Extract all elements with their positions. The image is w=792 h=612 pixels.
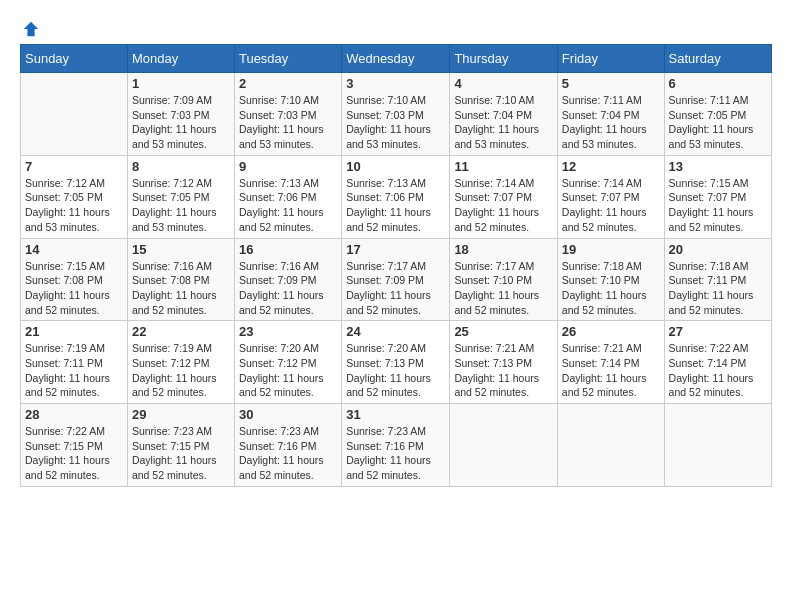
day-number: 25 [454,324,552,339]
day-info: Sunrise: 7:12 AMSunset: 7:05 PMDaylight:… [25,176,123,235]
calendar-cell: 2Sunrise: 7:10 AMSunset: 7:03 PMDaylight… [234,73,341,156]
calendar-cell: 9Sunrise: 7:13 AMSunset: 7:06 PMDaylight… [234,155,341,238]
calendar-week-1: 1Sunrise: 7:09 AMSunset: 7:03 PMDaylight… [21,73,772,156]
calendar-cell: 18Sunrise: 7:17 AMSunset: 7:10 PMDayligh… [450,238,557,321]
day-number: 16 [239,242,337,257]
calendar-cell [450,404,557,487]
day-number: 18 [454,242,552,257]
day-number: 14 [25,242,123,257]
day-info: Sunrise: 7:13 AMSunset: 7:06 PMDaylight:… [346,176,445,235]
day-number: 17 [346,242,445,257]
day-number: 28 [25,407,123,422]
day-info: Sunrise: 7:22 AMSunset: 7:14 PMDaylight:… [669,341,767,400]
calendar-cell [557,404,664,487]
day-info: Sunrise: 7:18 AMSunset: 7:10 PMDaylight:… [562,259,660,318]
day-header-wednesday: Wednesday [342,45,450,73]
calendar-cell: 1Sunrise: 7:09 AMSunset: 7:03 PMDaylight… [127,73,234,156]
calendar-cell [664,404,771,487]
day-info: Sunrise: 7:23 AMSunset: 7:16 PMDaylight:… [239,424,337,483]
day-number: 15 [132,242,230,257]
page-header [20,20,772,34]
day-info: Sunrise: 7:22 AMSunset: 7:15 PMDaylight:… [25,424,123,483]
day-number: 29 [132,407,230,422]
day-number: 4 [454,76,552,91]
day-info: Sunrise: 7:16 AMSunset: 7:09 PMDaylight:… [239,259,337,318]
svg-marker-0 [24,22,38,36]
day-info: Sunrise: 7:19 AMSunset: 7:11 PMDaylight:… [25,341,123,400]
calendar-cell: 26Sunrise: 7:21 AMSunset: 7:14 PMDayligh… [557,321,664,404]
day-number: 12 [562,159,660,174]
day-number: 23 [239,324,337,339]
day-number: 1 [132,76,230,91]
day-info: Sunrise: 7:09 AMSunset: 7:03 PMDaylight:… [132,93,230,152]
day-number: 9 [239,159,337,174]
day-info: Sunrise: 7:16 AMSunset: 7:08 PMDaylight:… [132,259,230,318]
day-number: 6 [669,76,767,91]
day-header-friday: Friday [557,45,664,73]
day-number: 21 [25,324,123,339]
calendar-cell: 7Sunrise: 7:12 AMSunset: 7:05 PMDaylight… [21,155,128,238]
calendar-week-3: 14Sunrise: 7:15 AMSunset: 7:08 PMDayligh… [21,238,772,321]
calendar-cell: 6Sunrise: 7:11 AMSunset: 7:05 PMDaylight… [664,73,771,156]
day-info: Sunrise: 7:14 AMSunset: 7:07 PMDaylight:… [454,176,552,235]
day-info: Sunrise: 7:11 AMSunset: 7:05 PMDaylight:… [669,93,767,152]
day-number: 10 [346,159,445,174]
day-info: Sunrise: 7:17 AMSunset: 7:10 PMDaylight:… [454,259,552,318]
day-info: Sunrise: 7:15 AMSunset: 7:08 PMDaylight:… [25,259,123,318]
day-number: 13 [669,159,767,174]
day-number: 31 [346,407,445,422]
day-number: 8 [132,159,230,174]
calendar-cell: 3Sunrise: 7:10 AMSunset: 7:03 PMDaylight… [342,73,450,156]
calendar-cell: 23Sunrise: 7:20 AMSunset: 7:12 PMDayligh… [234,321,341,404]
calendar-cell: 22Sunrise: 7:19 AMSunset: 7:12 PMDayligh… [127,321,234,404]
calendar-cell: 10Sunrise: 7:13 AMSunset: 7:06 PMDayligh… [342,155,450,238]
day-info: Sunrise: 7:23 AMSunset: 7:16 PMDaylight:… [346,424,445,483]
day-info: Sunrise: 7:19 AMSunset: 7:12 PMDaylight:… [132,341,230,400]
calendar-week-4: 21Sunrise: 7:19 AMSunset: 7:11 PMDayligh… [21,321,772,404]
logo-icon [22,20,40,38]
day-number: 20 [669,242,767,257]
calendar-week-5: 28Sunrise: 7:22 AMSunset: 7:15 PMDayligh… [21,404,772,487]
calendar-cell: 31Sunrise: 7:23 AMSunset: 7:16 PMDayligh… [342,404,450,487]
calendar-table: SundayMondayTuesdayWednesdayThursdayFrid… [20,44,772,487]
day-number: 27 [669,324,767,339]
day-info: Sunrise: 7:21 AMSunset: 7:14 PMDaylight:… [562,341,660,400]
day-number: 3 [346,76,445,91]
day-header-thursday: Thursday [450,45,557,73]
calendar-cell: 27Sunrise: 7:22 AMSunset: 7:14 PMDayligh… [664,321,771,404]
calendar-week-2: 7Sunrise: 7:12 AMSunset: 7:05 PMDaylight… [21,155,772,238]
calendar-cell: 25Sunrise: 7:21 AMSunset: 7:13 PMDayligh… [450,321,557,404]
day-info: Sunrise: 7:20 AMSunset: 7:13 PMDaylight:… [346,341,445,400]
day-header-monday: Monday [127,45,234,73]
day-info: Sunrise: 7:15 AMSunset: 7:07 PMDaylight:… [669,176,767,235]
calendar-cell: 16Sunrise: 7:16 AMSunset: 7:09 PMDayligh… [234,238,341,321]
calendar-cell: 19Sunrise: 7:18 AMSunset: 7:10 PMDayligh… [557,238,664,321]
calendar-cell: 21Sunrise: 7:19 AMSunset: 7:11 PMDayligh… [21,321,128,404]
day-number: 26 [562,324,660,339]
day-number: 7 [25,159,123,174]
day-header-sunday: Sunday [21,45,128,73]
calendar-cell: 24Sunrise: 7:20 AMSunset: 7:13 PMDayligh… [342,321,450,404]
day-number: 11 [454,159,552,174]
day-number: 2 [239,76,337,91]
day-info: Sunrise: 7:11 AMSunset: 7:04 PMDaylight:… [562,93,660,152]
day-info: Sunrise: 7:21 AMSunset: 7:13 PMDaylight:… [454,341,552,400]
logo [20,20,40,34]
calendar-cell: 28Sunrise: 7:22 AMSunset: 7:15 PMDayligh… [21,404,128,487]
calendar-cell: 14Sunrise: 7:15 AMSunset: 7:08 PMDayligh… [21,238,128,321]
day-info: Sunrise: 7:23 AMSunset: 7:15 PMDaylight:… [132,424,230,483]
calendar-cell: 15Sunrise: 7:16 AMSunset: 7:08 PMDayligh… [127,238,234,321]
calendar-header-row: SundayMondayTuesdayWednesdayThursdayFrid… [21,45,772,73]
calendar-cell: 20Sunrise: 7:18 AMSunset: 7:11 PMDayligh… [664,238,771,321]
calendar-cell: 13Sunrise: 7:15 AMSunset: 7:07 PMDayligh… [664,155,771,238]
day-info: Sunrise: 7:20 AMSunset: 7:12 PMDaylight:… [239,341,337,400]
day-info: Sunrise: 7:10 AMSunset: 7:03 PMDaylight:… [346,93,445,152]
day-info: Sunrise: 7:17 AMSunset: 7:09 PMDaylight:… [346,259,445,318]
calendar-cell: 4Sunrise: 7:10 AMSunset: 7:04 PMDaylight… [450,73,557,156]
day-info: Sunrise: 7:14 AMSunset: 7:07 PMDaylight:… [562,176,660,235]
calendar-cell: 12Sunrise: 7:14 AMSunset: 7:07 PMDayligh… [557,155,664,238]
day-info: Sunrise: 7:12 AMSunset: 7:05 PMDaylight:… [132,176,230,235]
day-number: 30 [239,407,337,422]
calendar-cell [21,73,128,156]
calendar-cell: 11Sunrise: 7:14 AMSunset: 7:07 PMDayligh… [450,155,557,238]
